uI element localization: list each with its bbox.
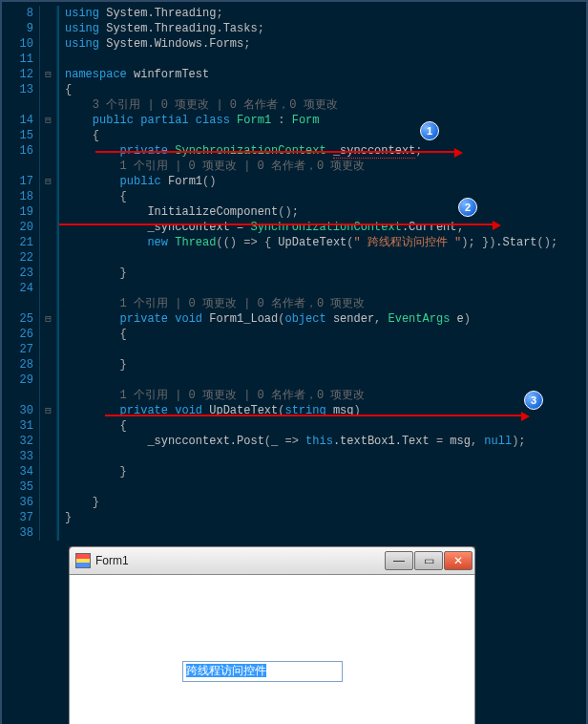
line-number: 24 (2, 281, 40, 296)
code-line[interactable]: { (57, 327, 586, 342)
line-number: 26 (2, 327, 40, 342)
fold-gutter (40, 82, 57, 97)
code-line[interactable]: using System.Threading.Tasks; (57, 21, 586, 36)
code-line[interactable]: { (57, 189, 586, 204)
code-line[interactable] (57, 373, 586, 388)
line-number (2, 97, 40, 113)
fold-gutter (40, 36, 57, 52)
code-line[interactable]: using System.Windows.Forms; (57, 36, 586, 52)
line-number: 37 (2, 510, 40, 525)
fold-gutter (40, 479, 57, 495)
line-number: 36 (2, 495, 40, 510)
code-line[interactable]: using System.Threading; (57, 6, 586, 21)
fold-gutter (40, 357, 57, 373)
annotation-badge-3: 3 (524, 391, 543, 410)
close-button[interactable]: ✕ (444, 551, 472, 570)
line-number: 27 (2, 342, 40, 357)
code-line[interactable]: { (57, 418, 586, 434)
code-line[interactable] (57, 479, 586, 495)
winform-window: Form1 — ▭ ✕ 跨线程访问控件 (69, 546, 475, 724)
line-number: 23 (2, 266, 40, 281)
line-number: 19 (2, 204, 40, 220)
line-number (2, 159, 40, 174)
fold-gutter (40, 449, 57, 464)
line-number: 31 (2, 418, 40, 434)
line-number: 30 (2, 403, 40, 418)
line-number: 28 (2, 357, 40, 373)
fold-gutter (40, 510, 57, 525)
code-line[interactable]: 1 个引用 | 0 项更改 | 0 名作者，0 项更改 (57, 159, 586, 174)
code-line[interactable]: { (57, 128, 586, 143)
line-number: 22 (2, 250, 40, 266)
minimize-button[interactable]: — (385, 551, 413, 570)
code-line[interactable]: public partial class Form1 : Form (57, 113, 586, 128)
fold-gutter[interactable]: ⊟ (40, 311, 57, 327)
code-line[interactable]: 1 个引用 | 0 项更改 | 0 名作者，0 项更改 (57, 388, 586, 403)
annotation-arrow-3 (105, 415, 521, 416)
line-number: 34 (2, 464, 40, 479)
fold-gutter (40, 388, 57, 403)
line-number: 17 (2, 174, 40, 189)
code-line[interactable]: InitializeComponent(); (57, 204, 586, 220)
line-number: 15 (2, 128, 40, 143)
fold-gutter (40, 296, 57, 311)
code-line[interactable]: } (57, 510, 586, 525)
code-line[interactable]: _synccontext.Post(_ => this.textBox1.Tex… (57, 434, 586, 449)
form-icon (75, 553, 91, 568)
fold-gutter (40, 220, 57, 235)
textbox1[interactable]: 跨线程访问控件 (182, 661, 343, 682)
code-line[interactable]: private void Form1_Load(object sender, E… (57, 311, 586, 327)
code-line[interactable]: namespace winformTest (57, 67, 586, 82)
line-number (2, 296, 40, 311)
code-line[interactable]: 3 个引用 | 0 项更改 | 0 名作者，0 项更改 (57, 97, 586, 113)
code-line[interactable] (57, 449, 586, 464)
fold-gutter (40, 204, 57, 220)
code-line[interactable]: { (57, 82, 586, 97)
maximize-button[interactable]: ▭ (414, 551, 443, 570)
fold-gutter (40, 189, 57, 204)
fold-gutter (40, 6, 57, 21)
code-line[interactable] (57, 525, 586, 541)
line-number: 35 (2, 479, 40, 495)
line-number: 18 (2, 189, 40, 204)
line-number: 8 (2, 6, 40, 21)
code-line[interactable]: } (57, 266, 586, 281)
winform-client-area: 跨线程访问控件 (69, 575, 475, 724)
fold-gutter (40, 250, 57, 266)
line-number: 11 (2, 52, 40, 67)
textbox1-value: 跨线程访问控件 (186, 664, 266, 677)
fold-gutter (40, 21, 57, 36)
line-number: 20 (2, 220, 40, 235)
fold-gutter[interactable]: ⊟ (40, 67, 57, 82)
code-line[interactable] (57, 342, 586, 357)
line-number: 33 (2, 449, 40, 464)
code-line[interactable] (57, 250, 586, 266)
fold-gutter (40, 434, 57, 449)
fold-gutter (40, 464, 57, 479)
fold-gutter[interactable]: ⊟ (40, 113, 57, 128)
fold-gutter (40, 281, 57, 296)
fold-gutter (40, 495, 57, 510)
code-line[interactable]: } (57, 495, 586, 510)
line-number: 29 (2, 373, 40, 388)
annotation-badge-1: 1 (420, 121, 439, 140)
code-line[interactable]: } (57, 464, 586, 479)
annotation-arrow-1 (95, 151, 454, 153)
winform-titlebar[interactable]: Form1 — ▭ ✕ (69, 546, 475, 575)
fold-gutter[interactable]: ⊟ (40, 174, 57, 189)
fold-gutter[interactable]: ⊟ (40, 403, 57, 418)
code-line[interactable] (57, 281, 586, 296)
code-line[interactable]: } (57, 357, 586, 373)
code-line[interactable] (57, 52, 586, 67)
annotation-arrow-2 (59, 224, 493, 225)
code-line[interactable]: public Form1() (57, 174, 586, 189)
code-line[interactable]: _synccontext = SynchronizationContext.Cu… (57, 220, 586, 235)
fold-gutter (40, 525, 57, 541)
code-line[interactable]: 1 个引用 | 0 项更改 | 0 名作者，0 项更改 (57, 296, 586, 311)
code-line[interactable]: new Thread(() => { UpDateText(" 跨线程访问控件 … (57, 235, 586, 250)
fold-gutter (40, 418, 57, 434)
fold-gutter (40, 327, 57, 342)
line-number: 12 (2, 67, 40, 82)
fold-gutter (40, 128, 57, 143)
winform-title: Form1 (95, 554, 129, 567)
